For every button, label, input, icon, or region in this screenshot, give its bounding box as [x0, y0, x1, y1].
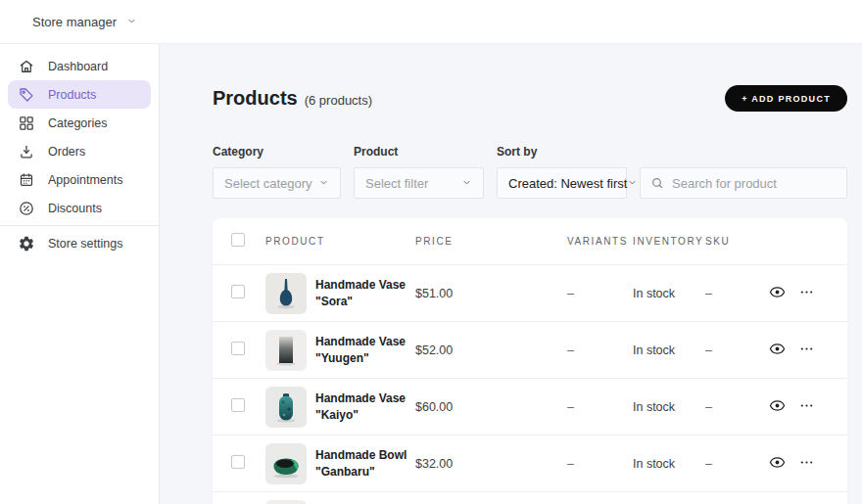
product-thumbnail	[265, 330, 307, 371]
category-select-value: Select category	[224, 176, 312, 191]
column-header-sku: SKU	[705, 236, 761, 247]
category-select[interactable]: Select category	[213, 167, 341, 199]
inventory-cell: In stock	[633, 400, 705, 414]
product-thumbnail	[265, 273, 307, 314]
table-row: Handmade Vase	[213, 491, 847, 504]
price-cell: $52.00	[415, 344, 567, 357]
ellipsis-icon	[799, 398, 814, 416]
column-header-variants: VARIANTS	[567, 236, 633, 247]
sidebar-divider	[0, 225, 159, 226]
row-checkbox[interactable]	[231, 398, 245, 412]
sidebar-item-store-settings[interactable]: Store settings	[8, 229, 151, 257]
variants-cell: –	[567, 287, 633, 300]
sidebar-item-categories[interactable]: Categories	[8, 109, 151, 137]
sidebar-item-discounts[interactable]: Discounts	[8, 194, 151, 222]
sidebar-nav: Dashboard Products Categories Orders App…	[0, 52, 159, 222]
inventory-cell: In stock	[633, 457, 705, 471]
view-product-button[interactable]	[765, 337, 790, 364]
product-count: (6 products)	[305, 93, 372, 108]
tag-icon	[18, 86, 35, 104]
page-header: Products (6 products) + ADD PRODUCT	[213, 85, 847, 112]
store-switcher[interactable]: Store manager	[32, 15, 137, 29]
product-name: Handmade Vase "Kaiyo"	[315, 390, 406, 422]
main-content: Products (6 products) + ADD PRODUCT Cate…	[160, 44, 862, 504]
price-cell: $51.00	[415, 287, 567, 300]
ellipsis-icon	[799, 285, 814, 302]
eye-icon	[769, 284, 786, 303]
chevron-down-icon	[627, 176, 638, 191]
sidebar-item-dashboard[interactable]: Dashboard	[8, 52, 151, 80]
eye-icon	[769, 397, 786, 417]
sort-by-label: Sort by	[497, 145, 627, 159]
column-header-inventory: INVENTORY	[633, 236, 705, 247]
title-wrap: Products (6 products)	[213, 87, 372, 110]
percent-badge-icon	[18, 200, 35, 217]
category-filter-group: Category Select category	[213, 145, 341, 199]
sidebar-item-products[interactable]: Products	[8, 80, 151, 109]
grid-icon	[18, 115, 35, 132]
chevron-down-icon	[318, 176, 329, 191]
variants-cell: –	[567, 457, 633, 471]
shell: Dashboard Products Categories Orders App…	[0, 44, 862, 504]
product-name: Handmade Vase "Sora"	[315, 277, 406, 308]
product-filter-value: Select filter	[365, 176, 428, 191]
product-filter-group: Product Select filter	[354, 145, 484, 199]
price-cell: $32.00	[415, 457, 567, 471]
row-checkbox[interactable]	[231, 455, 245, 469]
column-header-product: PRODUCT	[265, 236, 415, 247]
inventory-cell: In stock	[633, 287, 705, 300]
row-checkbox[interactable]	[231, 342, 245, 355]
table-row: Handmade Vase "Kaiyo" $60.00 – In stock …	[213, 378, 847, 435]
sku-cell: –	[705, 457, 761, 471]
app-root: Store manager Dashboard Products Categor…	[0, 0, 862, 504]
row-checkbox[interactable]	[231, 285, 245, 298]
sort-filter-group: Sort by Created: Newest first	[497, 145, 627, 199]
gear-icon	[18, 235, 35, 252]
view-product-button[interactable]	[765, 393, 790, 421]
sku-cell: –	[705, 400, 761, 414]
add-product-button[interactable]: + ADD PRODUCT	[725, 85, 847, 112]
products-table: PRODUCT PRICE VARIANTS INVENTORY SKU Han…	[213, 218, 847, 504]
product-name: Handmade Vase "Yuugen"	[315, 334, 406, 365]
row-actions-button[interactable]	[795, 394, 818, 420]
topbar: Store manager	[0, 0, 862, 44]
sort-by-value: Created: Newest first	[508, 176, 627, 191]
table-body: Handmade Vase "Sora" $51.00 – In stock –…	[213, 264, 847, 504]
sidebar-footer-nav: Store settings	[0, 229, 159, 257]
table-header-row: PRODUCT PRICE VARIANTS INVENTORY SKU	[213, 218, 847, 264]
sort-by-select[interactable]: Created: Newest first	[497, 167, 627, 199]
product-filter-select[interactable]: Select filter	[354, 167, 484, 199]
row-actions-button[interactable]	[795, 338, 818, 363]
search-input[interactable]	[640, 167, 847, 199]
view-product-button[interactable]	[765, 450, 790, 478]
search-group	[640, 167, 847, 199]
filters-bar: Category Select category Product Select …	[213, 145, 847, 199]
inventory-cell: In stock	[633, 344, 705, 357]
sidebar: Dashboard Products Categories Orders App…	[0, 44, 160, 504]
eye-icon	[769, 341, 786, 360]
home-icon	[18, 58, 35, 75]
price-cell: $60.00	[415, 400, 567, 414]
table-row: Handmade Vase "Sora" $51.00 – In stock –	[213, 264, 847, 321]
sidebar-item-appointments[interactable]: Appointments	[8, 165, 151, 194]
table-row: Handmade Vase "Yuugen" $52.00 – In stock…	[213, 321, 847, 378]
product-filter-label: Product	[354, 145, 484, 159]
ellipsis-icon	[799, 342, 814, 359]
product-name: Handmade Bowl "Ganbaru"	[315, 447, 407, 479]
column-header-price: PRICE	[415, 236, 567, 247]
sku-cell: –	[705, 344, 761, 357]
chevron-down-icon	[126, 15, 137, 29]
view-product-button[interactable]	[765, 280, 790, 307]
row-actions-button[interactable]	[795, 281, 818, 306]
ellipsis-icon	[799, 455, 814, 473]
calendar-icon	[18, 171, 35, 189]
chevron-down-icon	[461, 176, 472, 191]
search-icon	[650, 176, 664, 190]
product-thumbnail	[265, 443, 307, 484]
row-actions-button[interactable]	[795, 451, 818, 477]
sidebar-item-orders[interactable]: Orders	[8, 137, 151, 165]
select-all-checkbox[interactable]	[231, 233, 245, 247]
store-switcher-label: Store manager	[32, 15, 117, 29]
sku-cell: –	[705, 287, 761, 300]
table-row: Handmade Bowl "Ganbaru" $32.00 – In stoc…	[213, 435, 847, 491]
